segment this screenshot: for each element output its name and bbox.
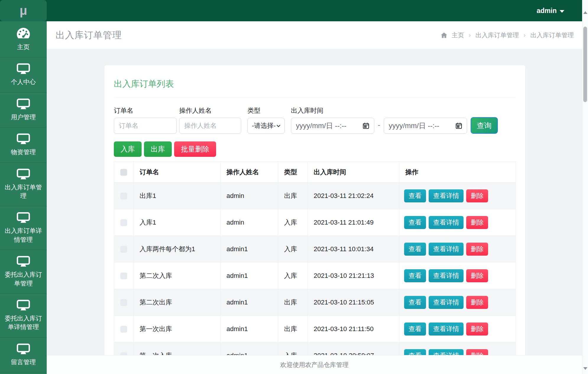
order-name-cell: 入库1 — [134, 209, 221, 236]
sidebar-item-partial[interactable] — [0, 373, 47, 374]
calendar-icon[interactable] — [362, 122, 370, 130]
breadcrumb-separator: › — [524, 32, 526, 38]
datetime-end-input[interactable]: yyyy/mm/日 --:-- — [384, 118, 467, 134]
monitor-icon — [17, 99, 30, 110]
order-name-label: 订单名 — [114, 106, 177, 115]
delete-button[interactable]: 删除 — [466, 269, 488, 282]
batch-delete-button[interactable]: 批量删除 — [174, 141, 216, 157]
monitor-icon — [17, 300, 30, 311]
caret-down-icon — [560, 10, 564, 13]
datetime-placeholder: yyyy/mm/日 --:-- — [296, 121, 346, 130]
sidebar-item-label: 留言管理 — [11, 358, 36, 366]
order-name-cell: 出库1 — [134, 183, 221, 209]
order-name-input[interactable] — [114, 118, 177, 134]
scroll-up-arrow-icon[interactable] — [583, 11, 587, 14]
row-checkbox[interactable] — [120, 219, 127, 226]
operator-cell: admin1 — [221, 236, 278, 262]
type-label: 类型 — [247, 106, 291, 115]
vertical-scrollbar[interactable] — [582, 0, 588, 374]
app-logo[interactable]: μ — [0, 0, 47, 21]
type-select[interactable]: -请选择- — [247, 118, 285, 134]
view-button[interactable]: 查看 — [404, 216, 426, 229]
gauge-icon — [16, 27, 30, 40]
view-button[interactable]: 查看 — [404, 269, 426, 282]
row-checkbox[interactable] — [120, 299, 127, 306]
breadcrumb-separator: › — [469, 32, 471, 38]
calendar-icon[interactable] — [455, 122, 463, 130]
sidebar-item-label: 委托出入库订单管理 — [4, 270, 43, 288]
sidebar-item-materials[interactable]: 物资管理 — [0, 128, 47, 162]
operator-cell: admin — [221, 209, 278, 236]
type-cell: 入库 — [278, 236, 308, 262]
sidebar-item-users[interactable]: 用户管理 — [0, 93, 47, 128]
search-button[interactable]: 查询 — [471, 117, 498, 134]
view-detail-button[interactable]: 查看详情 — [429, 243, 464, 256]
scrollbar-thumb[interactable] — [583, 27, 587, 102]
sidebar-item-profile[interactable]: 个人中心 — [0, 57, 47, 92]
sidebar-item-home[interactable]: 主页 — [0, 21, 47, 57]
monitor-icon — [17, 256, 30, 267]
order-list-card: 出入库订单列表 订单名 操作人姓名 类型 -请选择- — [104, 65, 526, 374]
row-checkbox[interactable] — [120, 273, 127, 279]
column-header: 出入库时间 — [308, 162, 399, 183]
breadcrumb-home[interactable]: 主页 — [452, 31, 464, 39]
type-select-value: -请选择- — [252, 121, 276, 130]
operator-cell: admin — [221, 183, 278, 209]
card-title: 出入库订单列表 — [114, 78, 516, 90]
time-cell: 2021-03-10 21:21:13 — [308, 262, 399, 289]
content-area: 出入库订单列表 订单名 操作人姓名 类型 -请选择- — [47, 49, 588, 374]
logo-text: μ — [20, 4, 27, 18]
sidebar-item-label: 个人中心 — [11, 78, 36, 86]
sidebar-item-messages[interactable]: 留言管理 — [0, 338, 47, 373]
sidebar-item-label: 物资管理 — [11, 148, 36, 156]
operator-name-input[interactable] — [179, 118, 241, 134]
sidebar-item-entrust-order-details[interactable]: 委托出入库订单详情管理 — [0, 294, 47, 338]
view-button[interactable]: 查看 — [404, 323, 426, 336]
row-checkbox[interactable] — [120, 193, 127, 199]
sidebar-item-entrust-orders[interactable]: 委托出入库订单管理 — [0, 250, 47, 294]
delete-button[interactable]: 删除 — [466, 243, 488, 256]
operator-cell: admin1 — [221, 289, 278, 316]
inbound-button[interactable]: 入库 — [114, 141, 142, 157]
view-detail-button[interactable]: 查看详情 — [429, 296, 464, 309]
order-name-cell: 第一次出库 — [134, 316, 221, 342]
delete-button[interactable]: 删除 — [466, 216, 488, 229]
select-all-checkbox[interactable] — [120, 169, 127, 176]
page-header: 出入库订单管理 主页 › 出入库订单管理 › 出入库订单管理 — [47, 21, 588, 49]
datetime-placeholder: yyyy/mm/日 --:-- — [389, 121, 439, 130]
card-divider — [114, 97, 516, 97]
time-cell: 2021-03-11 21:02:24 — [308, 183, 399, 209]
row-checkbox[interactable] — [120, 326, 127, 333]
row-checkbox[interactable] — [120, 246, 127, 253]
view-detail-button[interactable]: 查看详情 — [429, 216, 464, 229]
delete-button[interactable]: 删除 — [466, 189, 488, 202]
table-header-row: 订单名 操作人姓名 类型 出入库时间 操作 — [114, 162, 516, 183]
scroll-down-arrow-icon[interactable] — [583, 367, 587, 370]
delete-button[interactable]: 删除 — [466, 323, 488, 336]
sidebar-item-orders[interactable]: 出入库订单管理 — [0, 163, 47, 207]
view-button[interactable]: 查看 — [404, 243, 426, 256]
breadcrumb-section[interactable]: 出入库订单管理 — [475, 31, 519, 39]
view-detail-button[interactable]: 查看详情 — [429, 269, 464, 282]
topbar: μ admin — [0, 0, 588, 21]
outbound-button[interactable]: 出库 — [144, 141, 172, 157]
order-name-cell: 第二次出库 — [134, 289, 221, 316]
view-detail-button[interactable]: 查看详情 — [429, 189, 464, 202]
column-header: 操作人姓名 — [221, 162, 278, 183]
view-button[interactable]: 查看 — [404, 189, 426, 202]
column-header: 操作 — [399, 162, 516, 183]
delete-button[interactable]: 删除 — [466, 296, 488, 309]
order-name-cell: 入库两件每个都为1 — [134, 236, 221, 262]
main-area: 出入库订单管理 主页 › 出入库订单管理 › 出入库订单管理 出入库订单列表 订… — [47, 21, 588, 374]
sidebar-item-order-details[interactable]: 出入库订单详情管理 — [0, 206, 47, 250]
type-cell: 出库 — [278, 183, 308, 209]
monitor-icon — [17, 169, 30, 180]
user-menu[interactable]: admin — [537, 7, 564, 15]
datetime-start-input[interactable]: yyyy/mm/日 --:-- — [291, 118, 374, 134]
view-detail-button[interactable]: 查看详情 — [429, 323, 464, 336]
table-row: 入库两件每个都为1 admin1 入库 2021-03-11 10:01:34 … — [114, 236, 516, 262]
monitor-icon — [17, 63, 30, 75]
orders-table: 订单名 操作人姓名 类型 出入库时间 操作 出库1 admin 出库 2021-… — [114, 162, 516, 369]
view-button[interactable]: 查看 — [404, 296, 426, 309]
sidebar: 主页 个人中心 用户管理 物资管理 出入库订单管理 出入库订单详情管理 委托 — [0, 21, 47, 374]
